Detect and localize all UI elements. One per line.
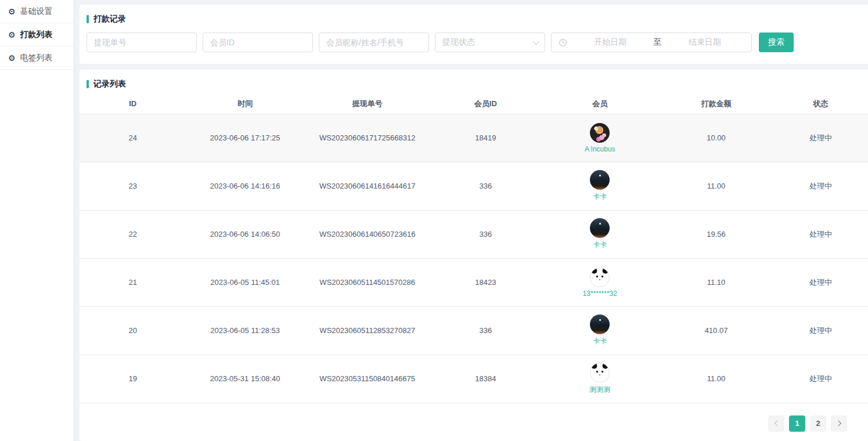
member-info-input[interactable]: [319, 32, 429, 52]
col-header-order-no: 提现单号: [304, 94, 430, 114]
pagination-pages: 12: [789, 415, 826, 432]
cell-order-no: WS20230605112853270827: [304, 306, 430, 355]
col-header-id: ID: [80, 94, 186, 114]
status-select-placeholder: 提现状态: [442, 37, 475, 48]
sidebar-item-basic-settings[interactable]: ⚙ 基础设置: [0, 0, 74, 23]
chevron-right-icon: [835, 421, 841, 426]
member-name-link[interactable]: 卡卡: [593, 337, 607, 346]
cell-member-id: 336: [430, 210, 541, 258]
records-table: ID 时间 提现单号 会员ID 会员 打款金额 状态 24 2023-06-06…: [80, 94, 868, 403]
records-panel: 记录列表 ID 时间 提现单号 会员ID 会员 打款金额 状态 24 20: [80, 70, 868, 441]
member-id-input[interactable]: [203, 32, 313, 52]
member-name-link[interactable]: 测测测: [589, 385, 610, 395]
pagination: 12: [80, 403, 868, 432]
col-header-amount: 打款金额: [659, 94, 773, 114]
cell-member-id: 18423: [430, 258, 541, 306]
cell-member-id: 18419: [430, 114, 541, 162]
gear-icon: ⚙: [8, 8, 16, 16]
status-select[interactable]: 提现状态: [435, 32, 545, 52]
member-avatar[interactable]: [590, 123, 610, 143]
cell-id: 23: [80, 162, 186, 210]
cell-order-no: WS20230606171725668312: [304, 114, 430, 162]
main-content: 打款记录 提现状态 开始日期 至 结束日期 搜索: [74, 0, 868, 441]
date-range-separator: 至: [654, 37, 662, 48]
sidebar-item-label: 电签列表: [20, 53, 53, 63]
start-date-placeholder: 开始日期: [571, 37, 650, 48]
member-name-link[interactable]: A Incubus: [585, 145, 615, 153]
date-range-picker[interactable]: 开始日期 至 结束日期: [551, 32, 752, 52]
sidebar-item-label: 基础设置: [20, 6, 53, 17]
order-no-input[interactable]: [87, 32, 197, 52]
cell-order-no: WS20230606141616444617: [304, 162, 430, 210]
cell-member: 卡卡: [541, 306, 659, 355]
sidebar-item-payment-list[interactable]: ⚙ 打款列表: [0, 23, 74, 46]
search-button[interactable]: 搜索: [759, 32, 794, 52]
records-panel-title-text: 记录列表: [93, 79, 126, 89]
col-header-member: 会员: [541, 94, 659, 114]
cell-amount: 10.00: [659, 114, 773, 162]
table-row: 22 2023-06-06 14:06:50 WS202306061406507…: [80, 210, 868, 258]
clock-icon: [559, 38, 567, 47]
records-panel-title: 记录列表: [80, 70, 868, 89]
cell-status: 处理中: [773, 258, 868, 306]
cell-member: A Incubus: [541, 114, 659, 162]
cell-time: 2023-06-06 14:16:16: [186, 162, 304, 210]
cell-id: 22: [80, 210, 186, 258]
member-avatar[interactable]: [590, 268, 610, 287]
search-panel-title-text: 打款记录: [93, 14, 126, 24]
cell-amount: 11.00: [659, 355, 773, 403]
cell-id: 20: [80, 306, 186, 355]
table-row: 23 2023-06-06 14:16:16 WS202306061416164…: [80, 162, 868, 210]
col-header-status: 状态: [773, 94, 868, 114]
cell-member-id: 336: [430, 162, 541, 210]
cell-status: 处理中: [773, 114, 868, 162]
cell-time: 2023-05-31 15:08:40: [186, 355, 304, 403]
cell-time: 2023-06-06 14:06:50: [186, 210, 304, 258]
member-name-link[interactable]: 卡卡: [593, 240, 607, 250]
pagination-prev-button[interactable]: [768, 415, 784, 432]
cell-amount: 11.10: [659, 258, 773, 306]
page-button-2[interactable]: 2: [810, 415, 826, 432]
end-date-placeholder: 结束日期: [665, 37, 745, 48]
cell-amount: 410.07: [659, 306, 773, 355]
cell-id: 19: [80, 355, 186, 403]
table-header-row: ID 时间 提现单号 会员ID 会员 打款金额 状态: [80, 94, 868, 114]
member-avatar[interactable]: [590, 170, 610, 190]
member-avatar[interactable]: [590, 218, 610, 238]
sidebar: ⚙ 基础设置 ⚙ 打款列表 ⚙ 电签列表: [0, 0, 74, 441]
cell-time: 2023-06-05 11:45:01: [186, 258, 304, 306]
sidebar-item-label: 打款列表: [20, 30, 53, 40]
cell-member: 13*******32: [541, 258, 659, 306]
member-avatar[interactable]: [590, 315, 610, 334]
member-name-link[interactable]: 卡卡: [593, 192, 607, 202]
cell-id: 21: [80, 258, 186, 306]
cell-id: 24: [80, 114, 186, 162]
cell-member: 测测测: [541, 355, 659, 403]
title-accent-bar: [87, 80, 89, 88]
cell-time: 2023-06-05 11:28:53: [186, 306, 304, 355]
cell-amount: 11.00: [659, 162, 773, 210]
table-body: 24 2023-06-06 17:17:25 WS202306061717256…: [80, 114, 868, 403]
gear-icon: ⚙: [8, 31, 16, 39]
member-avatar[interactable]: [590, 363, 610, 382]
member-name-link[interactable]: 13*******32: [583, 290, 617, 298]
search-panel-title: 打款记录: [80, 5, 868, 24]
chevron-left-icon: [774, 421, 780, 426]
cell-member-id: 336: [430, 306, 541, 355]
table-row: 20 2023-06-05 11:28:53 WS202306051128532…: [80, 306, 868, 355]
gear-icon: ⚙: [8, 54, 16, 62]
cell-order-no: WS20230605114501570286: [304, 258, 430, 306]
sidebar-item-esign-list[interactable]: ⚙ 电签列表: [0, 46, 74, 70]
cell-order-no: WS20230606140650723616: [304, 210, 430, 258]
cell-status: 处理中: [773, 355, 868, 403]
page-button-1[interactable]: 1: [789, 415, 805, 432]
cell-member: 卡卡: [541, 210, 659, 258]
pagination-next-button[interactable]: [831, 415, 847, 432]
cell-member-id: 18384: [430, 355, 541, 403]
table-row: 24 2023-06-06 17:17:25 WS202306061717256…: [80, 114, 868, 162]
chevron-down-icon: [533, 38, 539, 45]
col-header-time: 时间: [186, 94, 304, 114]
cell-time: 2023-06-06 17:17:25: [186, 114, 304, 162]
cell-amount: 19.56: [659, 210, 773, 258]
cell-status: 处理中: [773, 162, 868, 210]
